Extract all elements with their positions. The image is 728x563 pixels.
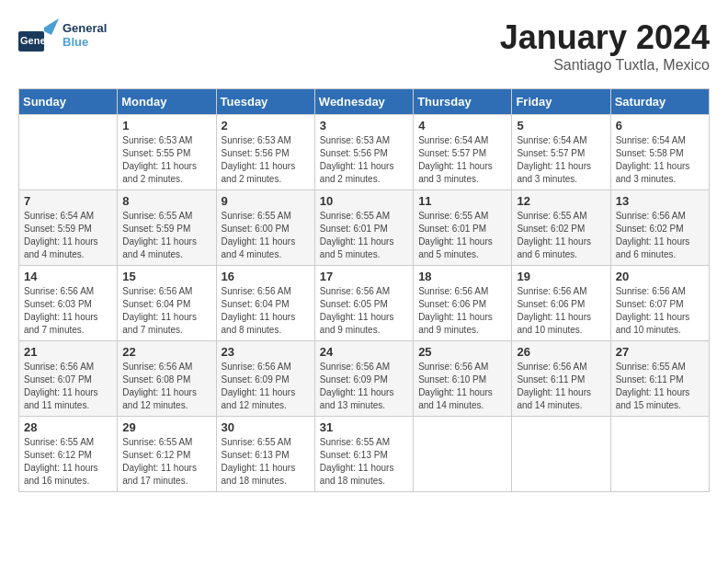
calendar-cell: 7Sunrise: 6:54 AM Sunset: 5:59 PM Daylig… [19, 190, 118, 266]
day-info: Sunrise: 6:55 AM Sunset: 5:59 PM Dayligh… [122, 210, 210, 261]
day-info: Sunrise: 6:56 AM Sunset: 6:06 PM Dayligh… [418, 285, 506, 337]
day-info: Sunrise: 6:55 AM Sunset: 6:13 PM Dayligh… [222, 436, 310, 488]
calendar-cell: 11Sunrise: 6:55 AM Sunset: 6:01 PM Dayli… [414, 190, 512, 266]
day-number: 1 [122, 119, 210, 132]
calendar-cell: 16Sunrise: 6:56 AM Sunset: 6:04 PM Dayli… [216, 266, 314, 341]
calendar-cell [610, 417, 709, 492]
week-row-3: 14Sunrise: 6:56 AM Sunset: 6:03 PM Dayli… [19, 266, 710, 341]
day-info: Sunrise: 6:56 AM Sunset: 6:04 PM Dayligh… [122, 285, 210, 337]
day-number: 31 [320, 420, 408, 434]
header-row: SundayMondayTuesdayWednesdayThursdayFrid… [19, 89, 710, 115]
calendar-header: SundayMondayTuesdayWednesdayThursdayFrid… [19, 89, 710, 115]
day-info: Sunrise: 6:55 AM Sunset: 6:00 PM Dayligh… [222, 210, 310, 261]
logo: General General Blue [18, 18, 107, 52]
header-day-friday: Friday [512, 89, 610, 115]
day-info: Sunrise: 6:55 AM Sunset: 6:13 PM Dayligh… [320, 436, 408, 488]
calendar-cell: 15Sunrise: 6:56 AM Sunset: 6:04 PM Dayli… [118, 266, 216, 341]
day-info: Sunrise: 6:56 AM Sunset: 6:02 PM Dayligh… [616, 210, 704, 261]
day-info: Sunrise: 6:56 AM Sunset: 6:06 PM Dayligh… [517, 285, 605, 337]
calendar-cell: 13Sunrise: 6:56 AM Sunset: 6:02 PM Dayli… [610, 190, 709, 266]
calendar-cell [512, 417, 610, 492]
header: General General Blue January 2024 Santia… [18, 18, 710, 74]
svg-text:General: General [20, 35, 58, 46]
calendar-cell: 12Sunrise: 6:55 AM Sunset: 6:02 PM Dayli… [512, 190, 610, 266]
month-title: January 2024 [500, 18, 710, 57]
day-number: 11 [418, 194, 506, 208]
header-day-sunday: Sunday [19, 89, 118, 115]
day-number: 18 [418, 270, 506, 283]
calendar-table: SundayMondayTuesdayWednesdayThursdayFrid… [18, 88, 710, 492]
day-number: 10 [320, 194, 408, 208]
day-number: 27 [616, 345, 704, 359]
day-number: 6 [616, 119, 704, 132]
calendar-cell: 21Sunrise: 6:56 AM Sunset: 6:07 PM Dayli… [19, 341, 118, 417]
day-number: 21 [24, 345, 112, 359]
calendar-cell: 14Sunrise: 6:56 AM Sunset: 6:03 PM Dayli… [19, 266, 118, 341]
day-info: Sunrise: 6:56 AM Sunset: 6:05 PM Dayligh… [320, 285, 408, 337]
header-day-saturday: Saturday [610, 89, 709, 115]
day-info: Sunrise: 6:56 AM Sunset: 6:09 PM Dayligh… [320, 361, 408, 412]
week-row-1: 1Sunrise: 6:53 AM Sunset: 5:55 PM Daylig… [19, 115, 710, 190]
week-row-2: 7Sunrise: 6:54 AM Sunset: 5:59 PM Daylig… [19, 190, 710, 266]
calendar-cell: 2Sunrise: 6:53 AM Sunset: 5:56 PM Daylig… [216, 115, 314, 190]
day-number: 16 [222, 270, 310, 283]
day-info: Sunrise: 6:56 AM Sunset: 6:03 PM Dayligh… [24, 285, 112, 337]
calendar-cell: 1Sunrise: 6:53 AM Sunset: 5:55 PM Daylig… [118, 115, 216, 190]
day-info: Sunrise: 6:56 AM Sunset: 6:07 PM Dayligh… [24, 361, 112, 412]
header-day-monday: Monday [118, 89, 216, 115]
calendar-cell: 25Sunrise: 6:56 AM Sunset: 6:10 PM Dayli… [414, 341, 512, 417]
day-number: 19 [517, 270, 605, 283]
calendar-body: 1Sunrise: 6:53 AM Sunset: 5:55 PM Daylig… [19, 115, 710, 492]
calendar-cell: 3Sunrise: 6:53 AM Sunset: 5:56 PM Daylig… [314, 115, 413, 190]
logo-icon: General [18, 18, 59, 52]
calendar-cell: 24Sunrise: 6:56 AM Sunset: 6:09 PM Dayli… [314, 341, 413, 417]
day-number: 5 [517, 119, 605, 132]
logo-blue: Blue [63, 35, 107, 49]
day-info: Sunrise: 6:56 AM Sunset: 6:08 PM Dayligh… [122, 361, 210, 412]
day-info: Sunrise: 6:56 AM Sunset: 6:07 PM Dayligh… [616, 285, 704, 337]
day-number: 22 [122, 345, 210, 359]
calendar-cell: 5Sunrise: 6:54 AM Sunset: 5:57 PM Daylig… [512, 115, 610, 190]
header-day-thursday: Thursday [414, 89, 512, 115]
day-number: 15 [122, 270, 210, 283]
day-info: Sunrise: 6:53 AM Sunset: 5:56 PM Dayligh… [320, 134, 408, 186]
day-number: 13 [616, 194, 704, 208]
day-number: 25 [418, 345, 506, 359]
calendar-cell: 8Sunrise: 6:55 AM Sunset: 5:59 PM Daylig… [118, 190, 216, 266]
day-info: Sunrise: 6:56 AM Sunset: 6:10 PM Dayligh… [418, 361, 506, 412]
day-info: Sunrise: 6:54 AM Sunset: 5:57 PM Dayligh… [418, 134, 506, 186]
day-number: 30 [222, 420, 310, 434]
calendar-cell [414, 417, 512, 492]
day-number: 29 [122, 420, 210, 434]
day-info: Sunrise: 6:56 AM Sunset: 6:11 PM Dayligh… [517, 361, 605, 412]
calendar-cell: 28Sunrise: 6:55 AM Sunset: 6:12 PM Dayli… [19, 417, 118, 492]
day-info: Sunrise: 6:55 AM Sunset: 6:11 PM Dayligh… [616, 361, 704, 412]
calendar-cell: 23Sunrise: 6:56 AM Sunset: 6:09 PM Dayli… [216, 341, 314, 417]
day-info: Sunrise: 6:53 AM Sunset: 5:56 PM Dayligh… [222, 134, 310, 186]
header-day-wednesday: Wednesday [314, 89, 413, 115]
calendar-cell: 22Sunrise: 6:56 AM Sunset: 6:08 PM Dayli… [118, 341, 216, 417]
day-info: Sunrise: 6:56 AM Sunset: 6:09 PM Dayligh… [222, 361, 310, 412]
day-info: Sunrise: 6:55 AM Sunset: 6:12 PM Dayligh… [122, 436, 210, 488]
day-number: 3 [320, 119, 408, 132]
day-info: Sunrise: 6:54 AM Sunset: 5:59 PM Dayligh… [24, 210, 112, 261]
calendar-cell: 29Sunrise: 6:55 AM Sunset: 6:12 PM Dayli… [118, 417, 216, 492]
day-number: 20 [616, 270, 704, 283]
calendar-cell: 4Sunrise: 6:54 AM Sunset: 5:57 PM Daylig… [414, 115, 512, 190]
day-number: 23 [222, 345, 310, 359]
day-number: 12 [517, 194, 605, 208]
calendar-cell: 19Sunrise: 6:56 AM Sunset: 6:06 PM Dayli… [512, 266, 610, 341]
day-number: 14 [24, 270, 112, 283]
calendar-cell: 26Sunrise: 6:56 AM Sunset: 6:11 PM Dayli… [512, 341, 610, 417]
week-row-5: 28Sunrise: 6:55 AM Sunset: 6:12 PM Dayli… [19, 417, 710, 492]
week-row-4: 21Sunrise: 6:56 AM Sunset: 6:07 PM Dayli… [19, 341, 710, 417]
header-day-tuesday: Tuesday [216, 89, 314, 115]
day-info: Sunrise: 6:54 AM Sunset: 5:58 PM Dayligh… [616, 134, 704, 186]
day-info: Sunrise: 6:55 AM Sunset: 6:01 PM Dayligh… [418, 210, 506, 261]
day-number: 9 [222, 194, 310, 208]
day-number: 2 [222, 119, 310, 132]
calendar-cell: 31Sunrise: 6:55 AM Sunset: 6:13 PM Dayli… [314, 417, 413, 492]
day-info: Sunrise: 6:56 AM Sunset: 6:04 PM Dayligh… [222, 285, 310, 337]
day-number: 8 [122, 194, 210, 208]
day-info: Sunrise: 6:55 AM Sunset: 6:02 PM Dayligh… [517, 210, 605, 261]
